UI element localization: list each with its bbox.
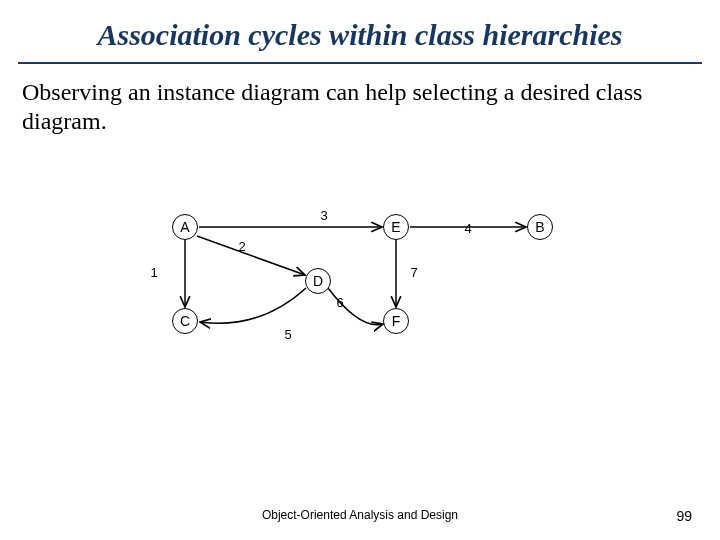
page-number: 99 [676,508,692,524]
edge-label-2: 2 [238,239,245,254]
edge-label-3: 3 [320,208,327,223]
body-text: Observing an instance diagram can help s… [22,78,680,136]
node-label-f: F [392,313,401,329]
node-label-e: E [391,219,400,235]
edge-label-6: 6 [336,295,343,310]
edge-5 [200,288,306,323]
edge-label-7: 7 [410,265,417,280]
node-label-c: C [180,313,190,329]
node-label-b: B [535,219,544,235]
instance-diagram: A E B D C F 1 2 3 4 5 6 7 [100,190,620,370]
edge-label-5: 5 [284,327,291,342]
node-label-a: A [180,219,189,235]
edge-label-1: 1 [150,265,157,280]
node-label-d: D [313,273,323,289]
slide-title: Association cycles within class hierarch… [0,18,720,52]
title-underline [18,62,702,64]
slide: Association cycles within class hierarch… [0,0,720,540]
edge-label-4: 4 [464,221,471,236]
edge-2 [197,236,305,275]
footer-text: Object-Oriented Analysis and Design [0,508,720,522]
